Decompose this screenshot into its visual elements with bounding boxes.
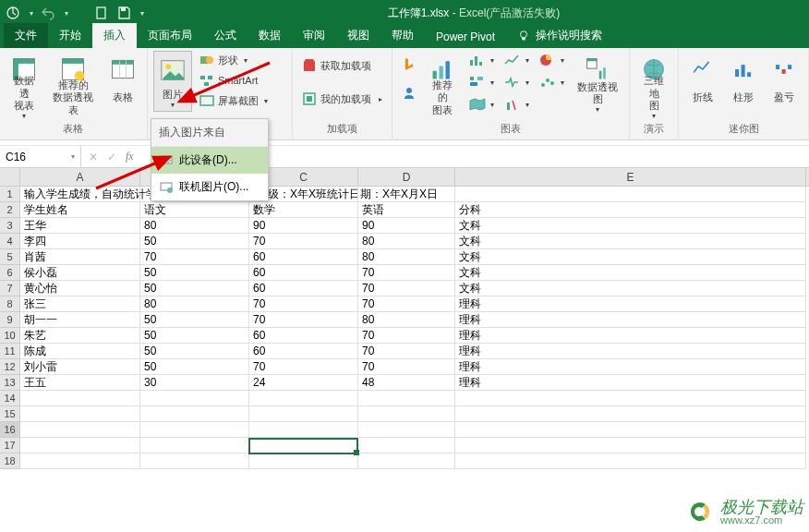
cell[interactable]: 王五 [20, 375, 140, 391]
cell[interactable] [20, 422, 140, 438]
cell[interactable]: 文科 [455, 281, 806, 296]
column-header[interactable]: D [358, 168, 455, 186]
cell[interactable]: 50 [140, 359, 249, 375]
cell[interactable]: 理科 [455, 328, 806, 344]
chart-type-2[interactable]: ▾ [500, 51, 533, 69]
cell[interactable]: 英语 [358, 202, 455, 218]
cell[interactable] [358, 438, 455, 453]
cell[interactable]: 70 [249, 312, 358, 328]
sparkline-winloss-button[interactable]: 盈亏 [766, 51, 803, 110]
cell[interactable]: 输入学生成绩，自动统计学科的平均分等数据。班级：X年X班统计日期：X年X月X日 [20, 187, 140, 202]
cell[interactable]: 60 [249, 281, 358, 296]
cell[interactable]: 80 [358, 312, 455, 328]
bing-button[interactable] [398, 54, 420, 73]
cell[interactable] [455, 453, 806, 469]
cell[interactable]: 理科 [455, 344, 806, 359]
tab-powerpivot[interactable]: Power Pivot [425, 26, 506, 48]
cell[interactable]: 70 [358, 296, 455, 312]
chart-type-7[interactable]: ▾ [500, 95, 533, 114]
row-header[interactable]: 7 [0, 281, 20, 296]
cell[interactable] [140, 453, 249, 469]
row-header[interactable]: 13 [0, 375, 20, 391]
new-icon[interactable] [94, 6, 109, 20]
cell[interactable] [455, 438, 806, 453]
cell[interactable]: 李四 [20, 234, 140, 249]
autosave-icon[interactable] [6, 6, 20, 20]
select-all-button[interactable] [0, 168, 20, 186]
cell[interactable]: 陈成 [20, 344, 140, 359]
cell[interactable]: 90 [249, 218, 358, 234]
cell[interactable]: 70 [358, 344, 455, 359]
cell[interactable]: 分科 [455, 202, 806, 218]
tab-layout[interactable]: 页面布局 [137, 23, 203, 48]
dropdown-this-device[interactable]: 此设备(D)... [151, 147, 268, 174]
cell[interactable]: 70 [358, 265, 455, 281]
dropdown-online[interactable]: 联机图片(O)... [151, 174, 268, 200]
chevron-down-icon[interactable]: ▾ [71, 152, 75, 161]
qat-customize-icon[interactable]: ▾ [140, 9, 144, 18]
cell[interactable] [358, 406, 455, 422]
cell[interactable]: 50 [140, 234, 249, 249]
tab-review[interactable]: 审阅 [292, 23, 336, 48]
tab-view[interactable]: 视图 [336, 23, 380, 48]
column-header[interactable]: A [20, 168, 140, 186]
map3d-button[interactable]: 三维地 图▾ [635, 51, 672, 110]
cell[interactable]: 50 [140, 312, 249, 328]
cell[interactable]: 理科 [455, 375, 806, 391]
cell[interactable]: 文科 [455, 218, 806, 234]
cell[interactable]: 30 [140, 375, 249, 391]
picture-button[interactable]: 图片▾ [153, 51, 192, 112]
row-header[interactable]: 5 [0, 249, 20, 265]
column-header[interactable]: E [455, 168, 806, 186]
cell[interactable]: 文科 [455, 234, 806, 249]
cell[interactable] [358, 422, 455, 438]
tab-help[interactable]: 帮助 [380, 23, 425, 48]
cell[interactable] [455, 391, 806, 406]
cell[interactable] [455, 422, 806, 438]
tab-home[interactable]: 开始 [48, 23, 92, 48]
row-header[interactable]: 10 [0, 328, 20, 344]
row-header[interactable]: 3 [0, 218, 20, 234]
cell[interactable] [140, 406, 249, 422]
cell[interactable]: 王华 [20, 218, 140, 234]
undo-icon[interactable] [41, 6, 55, 20]
cell[interactable]: 理科 [455, 359, 806, 375]
save-icon[interactable] [116, 6, 131, 20]
cell[interactable] [455, 406, 806, 422]
chart-type-6[interactable]: ▾ [535, 73, 568, 91]
cell[interactable]: 60 [249, 265, 358, 281]
cell[interactable] [358, 453, 455, 469]
row-header[interactable]: 11 [0, 344, 20, 359]
cell[interactable]: 文科 [455, 265, 806, 281]
cell[interactable] [249, 406, 358, 422]
cell[interactable]: 刘小雷 [20, 359, 140, 375]
smartart-button[interactable]: SmartArt [196, 71, 272, 90]
cell[interactable] [20, 453, 140, 469]
tell-me[interactable]: 操作说明搜索 [506, 23, 613, 48]
cell[interactable]: 理科 [455, 296, 806, 312]
row-header[interactable]: 15 [0, 406, 20, 422]
cell[interactable]: 70 [249, 359, 358, 375]
cell[interactable]: 60 [249, 249, 358, 265]
row-header[interactable]: 2 [0, 202, 20, 218]
row-header[interactable]: 12 [0, 359, 20, 375]
name-box[interactable]: C16 ▾ [0, 146, 81, 167]
chart-type-5[interactable]: ▾ [500, 73, 533, 91]
cell[interactable] [249, 391, 358, 406]
cell[interactable] [20, 438, 140, 453]
cell[interactable]: 朱艺 [20, 328, 140, 344]
cell[interactable] [249, 453, 358, 469]
cell[interactable]: 70 [358, 328, 455, 344]
cell[interactable] [249, 422, 358, 438]
cell[interactable] [20, 406, 140, 422]
tab-data[interactable]: 数据 [248, 23, 292, 48]
cell[interactable] [358, 187, 455, 202]
tab-formulas[interactable]: 公式 [203, 23, 248, 48]
row-header[interactable]: 14 [0, 391, 20, 406]
cell[interactable]: 学生姓名 [20, 202, 140, 218]
cell[interactable] [140, 422, 249, 438]
cell[interactable]: 数学 [249, 202, 358, 218]
cell[interactable]: 80 [358, 234, 455, 249]
row-header[interactable]: 9 [0, 312, 20, 328]
dropdown-icon[interactable]: ▾ [65, 9, 68, 18]
